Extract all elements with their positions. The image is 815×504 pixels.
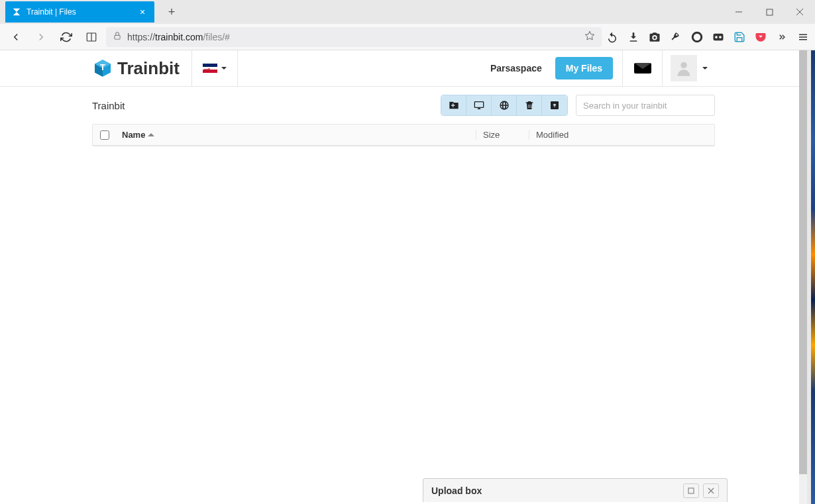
svg-rect-1 bbox=[767, 9, 773, 15]
upload-button[interactable] bbox=[542, 95, 567, 115]
mail-icon bbox=[634, 63, 651, 74]
lock-icon bbox=[113, 31, 122, 42]
forward-button[interactable] bbox=[30, 26, 52, 48]
address-bar: https://trainbit.com/files/# bbox=[0, 24, 815, 50]
reload-button[interactable] bbox=[56, 26, 77, 48]
tab-favicon-icon bbox=[12, 7, 21, 17]
svg-point-12 bbox=[719, 36, 722, 38]
maximize-button[interactable] bbox=[754, 1, 785, 23]
url-path: /files/# bbox=[203, 32, 229, 42]
user-menu[interactable] bbox=[662, 50, 715, 87]
avatar-icon bbox=[671, 55, 697, 81]
trash-button[interactable] bbox=[517, 95, 542, 115]
logo-icon: T bbox=[92, 58, 113, 79]
url-host: trainbit.com bbox=[155, 32, 203, 42]
breadcrumb[interactable]: Trainbit bbox=[92, 100, 125, 111]
search-input[interactable] bbox=[576, 95, 715, 116]
desktop-button[interactable] bbox=[466, 95, 492, 115]
column-modified[interactable]: Modified bbox=[529, 130, 714, 140]
tab-bar: Trainbit | Files × + bbox=[0, 0, 815, 24]
svg-point-8 bbox=[653, 36, 656, 38]
file-table: Name Size Modified bbox=[92, 124, 715, 146]
url-scheme: https:// bbox=[127, 32, 155, 42]
bookmark-star-icon[interactable] bbox=[584, 30, 595, 43]
action-button-group bbox=[441, 95, 568, 116]
flag-uk-icon bbox=[203, 64, 217, 73]
table-header: Name Size Modified bbox=[93, 125, 714, 146]
new-folder-button[interactable] bbox=[441, 95, 466, 115]
upload-box-panel: Upload box bbox=[423, 478, 728, 502]
ext-rocket-icon[interactable] bbox=[669, 30, 682, 44]
ext-circle-icon[interactable] bbox=[690, 30, 704, 44]
language-selector[interactable] bbox=[191, 50, 238, 87]
tab-close-icon[interactable]: × bbox=[137, 7, 148, 17]
extension-icons bbox=[606, 30, 810, 44]
ext-more-icon[interactable] bbox=[775, 30, 788, 44]
ext-undo-icon[interactable] bbox=[606, 30, 619, 44]
ext-pocket-icon[interactable] bbox=[754, 30, 767, 44]
url-text: https://trainbit.com/files/# bbox=[127, 32, 579, 42]
reader-view-button[interactable] bbox=[81, 26, 102, 48]
site-header: T Trainbit Parsaspace My Files bbox=[0, 50, 807, 87]
svg-marker-7 bbox=[585, 31, 594, 40]
window-controls bbox=[724, 1, 815, 23]
url-input[interactable]: https://trainbit.com/files/# bbox=[106, 27, 602, 47]
ext-camera-icon[interactable] bbox=[648, 30, 661, 44]
ext-download-icon[interactable] bbox=[627, 30, 640, 44]
select-all-checkbox[interactable] bbox=[100, 130, 109, 140]
messages-button[interactable] bbox=[622, 50, 662, 87]
svg-rect-6 bbox=[115, 35, 120, 39]
ext-grid-icon[interactable] bbox=[712, 30, 725, 44]
hamburger-menu-icon[interactable] bbox=[796, 30, 810, 44]
toolbar: Trainbit bbox=[92, 87, 715, 124]
svg-point-11 bbox=[715, 36, 718, 38]
sort-asc-icon bbox=[148, 133, 154, 136]
upload-box-maximize[interactable] bbox=[683, 483, 699, 498]
browser-chrome: Trainbit | Files × + bbox=[0, 0, 815, 50]
web-button[interactable] bbox=[492, 95, 517, 115]
upload-box-title: Upload box bbox=[431, 485, 482, 496]
svg-rect-10 bbox=[714, 33, 724, 40]
scrollbar-thumb[interactable] bbox=[799, 50, 807, 474]
my-files-button[interactable]: My Files bbox=[555, 57, 613, 79]
upload-box-close[interactable] bbox=[703, 483, 719, 498]
back-button[interactable] bbox=[5, 26, 27, 48]
parsaspace-link[interactable]: Parsaspace bbox=[477, 63, 555, 74]
select-all-cell bbox=[93, 130, 117, 140]
column-name[interactable]: Name bbox=[117, 130, 476, 140]
column-size[interactable]: Size bbox=[476, 130, 529, 140]
logo-text: Trainbit bbox=[117, 58, 180, 79]
ext-save-icon[interactable] bbox=[733, 30, 746, 44]
close-window-button[interactable] bbox=[785, 1, 815, 23]
page-content: T Trainbit Parsaspace My Files Tra bbox=[0, 50, 815, 504]
svg-rect-22 bbox=[688, 488, 694, 493]
logo[interactable]: T Trainbit bbox=[92, 58, 191, 79]
minimize-button[interactable] bbox=[724, 1, 754, 23]
svg-point-9 bbox=[692, 32, 702, 42]
tab-title: Trainbit | Files bbox=[27, 7, 137, 17]
chevron-down-icon bbox=[221, 67, 227, 70]
svg-point-20 bbox=[680, 62, 686, 68]
chevron-down-icon bbox=[702, 67, 708, 70]
svg-text:T: T bbox=[100, 62, 105, 72]
desktop-edge bbox=[811, 50, 815, 504]
page-scrollbar[interactable] bbox=[799, 50, 807, 504]
new-tab-button[interactable]: + bbox=[162, 3, 181, 21]
column-name-label: Name bbox=[122, 130, 145, 140]
browser-tab[interactable]: Trainbit | Files × bbox=[5, 1, 154, 23]
